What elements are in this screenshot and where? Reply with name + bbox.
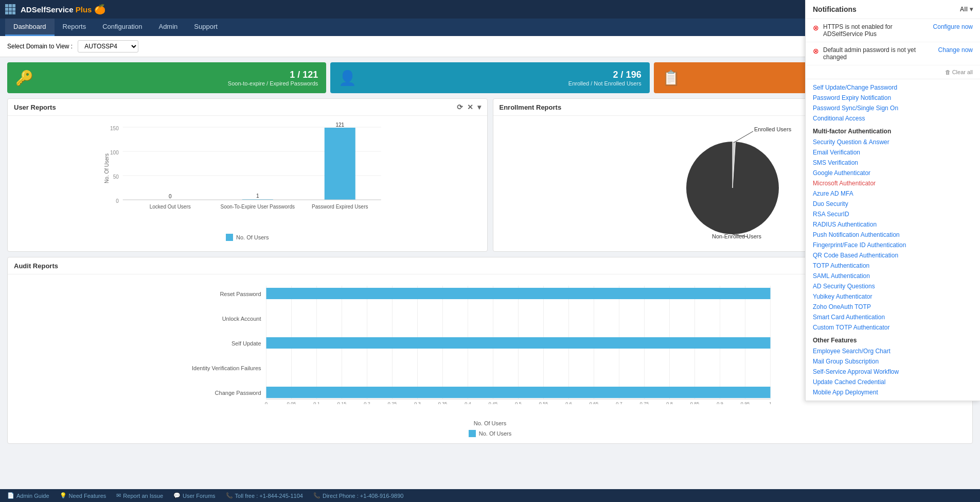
svg-text:Soon-To-Expire User Passwords: Soon-To-Expire User Passwords xyxy=(221,204,295,210)
configure-now-link[interactable]: Configure now xyxy=(933,23,973,30)
side-menu-google-auth[interactable]: Google Authenticator xyxy=(813,168,973,178)
side-menu-password-sync[interactable]: Password Sync/Single Sign On xyxy=(813,103,973,113)
user-reports-panel: User Reports ⟳ ✕ ▾ 150 100 50 0 xyxy=(7,98,488,252)
side-menu-fingerprint[interactable]: Fingerprint/Face ID Authentication xyxy=(813,240,973,250)
user-reports-refresh[interactable]: ⟳ xyxy=(457,103,463,111)
enrolled-card-text: 2 / 196 Enrolled / Not Enrolled Users xyxy=(363,70,641,86)
side-menu-conditional-access[interactable]: Conditional Access xyxy=(813,113,973,124)
audit-reports-title: Audit Reports xyxy=(14,262,58,270)
change-now-link[interactable]: Change now xyxy=(938,46,973,54)
side-menu-azure-mfa[interactable]: Azure AD MFA xyxy=(813,188,973,199)
svg-text:0.75: 0.75 xyxy=(640,401,649,404)
enrollment-pie-svg: Enrolled Users Non-Enrolled Users xyxy=(666,126,799,239)
notifications-clear: 🗑 Clear all xyxy=(806,65,980,79)
svg-text:Change Password: Change Password xyxy=(215,390,261,396)
side-menu-employee-search[interactable]: Employee Search/Org Chart xyxy=(813,346,973,356)
side-menu-security-qa[interactable]: Security Question & Answer xyxy=(813,137,973,147)
side-menu-custom-totp[interactable]: Custom TOTP Authenticator xyxy=(813,322,973,333)
side-menu-totp[interactable]: TOTP Authentication xyxy=(813,261,973,271)
side-menu-mfa-section: Multi-factor Authentication xyxy=(813,124,973,137)
user-reports-title: User Reports xyxy=(14,103,56,111)
stat-card-passwords[interactable]: 🔑 1 / 121 Soon-to-expire / Expired Passw… xyxy=(7,62,326,93)
svg-text:0.5: 0.5 xyxy=(515,401,522,404)
menu-reports[interactable]: Reports xyxy=(55,19,95,36)
user-bar-chart-svg: 150 100 50 0 No. Of Users xyxy=(14,122,481,230)
side-menu-mobile-app[interactable]: Mobile App Deployment xyxy=(813,387,973,397)
side-menu-email-verification[interactable]: Email Verification xyxy=(813,147,973,158)
svg-text:100: 100 xyxy=(110,150,119,155)
svg-text:Identity Verification Failures: Identity Verification Failures xyxy=(192,365,261,371)
notifications-panel: Notifications All ▾ ⊗ HTTPS is not enabl… xyxy=(805,0,980,401)
notif-error-icon-2: ⊗ xyxy=(813,47,819,55)
side-menu-microsoft-auth[interactable]: Microsoft Authenticator xyxy=(813,178,973,188)
user-reports-expand[interactable]: ✕ xyxy=(467,103,473,111)
side-menu-ad-security[interactable]: AD Security Questions xyxy=(813,281,973,291)
clear-all-button[interactable]: 🗑 Clear all xyxy=(945,69,973,75)
svg-text:No. Of Users: No. Of Users xyxy=(104,153,110,183)
side-menu-password-expiry[interactable]: Password Expiry Notification xyxy=(813,93,973,103)
notifications-filter-label: All xyxy=(960,6,968,13)
side-menu-yubikey[interactable]: Yubikey Authenticator xyxy=(813,291,973,302)
side-menu-other-section: Other Features xyxy=(813,333,973,346)
user-reports-actions: ⟳ ✕ ▾ xyxy=(457,103,481,111)
side-menu-mail-group[interactable]: Mail Group Subscription xyxy=(813,356,973,367)
stat-card-enrolled[interactable]: 👤 2 / 196 Enrolled / Not Enrolled Users xyxy=(330,62,649,93)
grid-icon xyxy=(5,4,15,14)
svg-text:Reset Password: Reset Password xyxy=(220,291,261,297)
enrollment-pie-container: Enrolled Users Non-Enrolled Users xyxy=(666,126,799,241)
side-menu-smart-card[interactable]: Smart Card Authentication xyxy=(813,312,973,322)
notif-error-icon-1: ⊗ xyxy=(813,24,819,32)
notif-text-2: Default admin password is not yet change… xyxy=(823,46,934,61)
password-card-count: 1 / 121 xyxy=(40,70,318,80)
menu-configuration[interactable]: Configuration xyxy=(94,19,150,36)
svg-rect-54 xyxy=(266,387,771,398)
svg-text:150: 150 xyxy=(110,126,119,131)
user-reports-more[interactable]: ▾ xyxy=(477,103,481,111)
side-menu-cached-credential[interactable]: Update Cached Credential xyxy=(813,377,973,387)
svg-text:0.65: 0.65 xyxy=(590,401,599,404)
side-menu-zoho-oneauth[interactable]: Zoho OneAuth TOTP xyxy=(813,302,973,312)
svg-text:0: 0 xyxy=(116,198,119,204)
audit-reports-x-label: No. Of Users xyxy=(14,420,966,427)
notification-item-https: ⊗ HTTPS is not enabled for ADSelfService… xyxy=(806,19,980,42)
side-menu-self-update[interactable]: Self Update/Change Password xyxy=(813,82,973,93)
side-menu-radius-auth[interactable]: RADIUS Authentication xyxy=(813,219,973,230)
side-menu-qr-code[interactable]: QR Code Based Authentication xyxy=(813,250,973,261)
menu-admin[interactable]: Admin xyxy=(150,19,186,36)
license-card-icon: 📋 xyxy=(662,70,680,86)
menu-dashboard[interactable]: Dashboard xyxy=(5,19,55,36)
audit-legend-label: No. Of Users xyxy=(479,430,512,437)
notifications-filter[interactable]: All ▾ xyxy=(960,6,973,13)
side-menu-sms-verification[interactable]: SMS Verification xyxy=(813,158,973,168)
svg-text:Self Update: Self Update xyxy=(231,340,261,347)
svg-text:0.3: 0.3 xyxy=(414,401,421,404)
filter-chevron: ▾ xyxy=(970,6,973,13)
svg-text:0.95: 0.95 xyxy=(741,401,750,404)
svg-text:0.8: 0.8 xyxy=(666,401,673,404)
user-reports-header: User Reports ⟳ ✕ ▾ xyxy=(8,99,487,116)
side-menu-saml[interactable]: SAML Authentication xyxy=(813,271,973,281)
svg-text:0.05: 0.05 xyxy=(287,401,296,404)
side-menu-push-notification[interactable]: Push Notification Authentication xyxy=(813,230,973,240)
svg-text:0.9: 0.9 xyxy=(717,401,723,404)
svg-text:0: 0 xyxy=(169,194,172,199)
enrolled-card-label: Enrolled / Not Enrolled Users xyxy=(363,80,641,86)
svg-text:121: 121 xyxy=(335,122,344,128)
svg-rect-52 xyxy=(266,337,771,349)
svg-line-20 xyxy=(734,131,753,143)
password-card-icon: 🔑 xyxy=(15,70,33,86)
svg-text:0.45: 0.45 xyxy=(489,401,498,404)
menu-support[interactable]: Support xyxy=(186,19,226,36)
side-menu-list: Self Update/Change Password Password Exp… xyxy=(806,79,980,401)
user-reports-legend: No. Of Users xyxy=(14,234,481,241)
svg-text:50: 50 xyxy=(113,174,119,180)
domain-select[interactable]: AUTOSSP4 xyxy=(78,40,138,53)
domain-label: Select Domain to View : xyxy=(7,43,73,50)
side-menu-approval-workflow[interactable]: Self-Service Approval Workflow xyxy=(813,367,973,377)
svg-text:Enrolled Users: Enrolled Users xyxy=(754,126,792,132)
svg-text:Unlock Account: Unlock Account xyxy=(222,316,261,322)
side-menu-duo-security[interactable]: Duo Security xyxy=(813,199,973,209)
side-menu-rsa-securid[interactable]: RSA SecurID xyxy=(813,209,973,219)
legend-box xyxy=(226,234,233,241)
svg-text:Password Expired Users: Password Expired Users xyxy=(312,204,368,210)
